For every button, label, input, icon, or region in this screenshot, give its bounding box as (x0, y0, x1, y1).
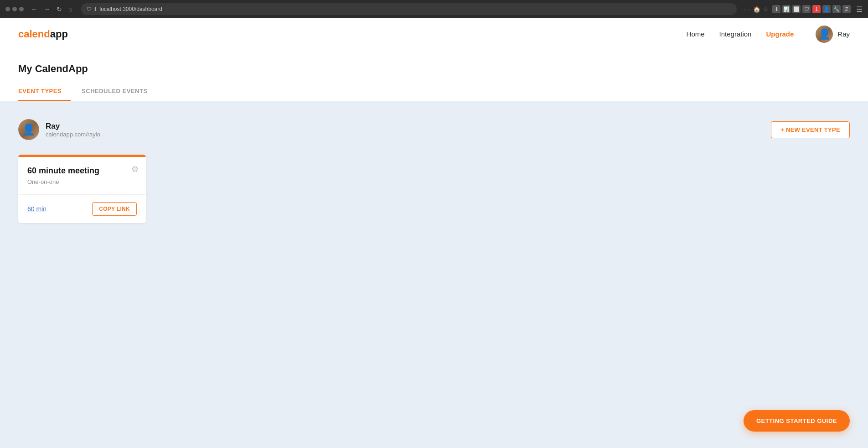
address-bar[interactable]: 🛡 ℹ localhost:3000/dashboard (81, 3, 737, 15)
back-button[interactable]: ← (29, 5, 39, 14)
shield-ext-icon[interactable]: 🛡 (802, 5, 811, 13)
download-icon[interactable]: ⬇ (772, 5, 780, 13)
browser-dot-2 (12, 7, 17, 11)
main-content: 👤 Ray calendapp.com/raylo + NEW EVENT TY… (0, 101, 868, 448)
forward-button[interactable]: → (42, 5, 52, 14)
ext-icon-4[interactable]: Z (842, 5, 851, 13)
notification-icon[interactable]: 1 (812, 5, 821, 13)
nav-home[interactable]: Home (687, 30, 705, 38)
header-nav: Home Integration Upgrade Ray (687, 26, 850, 43)
header-user-name: Ray (837, 30, 850, 38)
browser-menu-dots[interactable]: ··· (744, 6, 750, 13)
event-card-body: ⚙ 60 minute meeting One-on-one (18, 157, 146, 185)
pocket-icon[interactable]: 🏠 (753, 6, 760, 13)
getting-started-button[interactable]: GETTING STARTED GUIDE (744, 410, 850, 432)
tabs-row: EVENT TYPES SCHEDULED EVENTS (18, 82, 850, 101)
avatar-image (816, 26, 833, 43)
user-info-url: calendapp.com/raylo (46, 131, 100, 138)
event-card-type: One-on-one (27, 178, 137, 185)
gear-icon[interactable]: ⚙ (131, 164, 139, 174)
logo-end-part: app (50, 28, 68, 40)
nav-upgrade[interactable]: Upgrade (766, 30, 794, 38)
event-card-footer: 60 min COPY LINK (18, 195, 146, 223)
logo-cal-part: calend (18, 28, 50, 40)
page-title: My CalendApp (18, 50, 850, 75)
app-logo[interactable]: calendapp (18, 28, 68, 40)
window-icon[interactable]: ⬜ (792, 5, 801, 13)
browser-dots (5, 7, 24, 11)
event-duration-link[interactable]: 60 min (27, 205, 46, 213)
app-header: calendapp Home Integration Upgrade Ray (0, 18, 868, 50)
event-card-title: 60 minute meeting (27, 166, 137, 176)
new-event-type-button[interactable]: + NEW EVENT TYPE (771, 121, 850, 138)
header-user: Ray (816, 26, 850, 43)
extension-icons: ⬇ 📊 ⬜ 🛡 1 👤 🔧 Z (772, 5, 851, 13)
ext-icon-2[interactable]: 👤 (822, 5, 831, 13)
browser-dot-1 (5, 7, 10, 11)
user-info: 👤 Ray calendapp.com/raylo (18, 119, 100, 140)
ext-icon-3[interactable]: 🔧 (832, 5, 841, 13)
tab-scheduled-events[interactable]: SCHEDULED EVENTS (82, 82, 157, 101)
browser-chrome: ← → ↻ ⌂ 🛡 ℹ localhost:3000/dashboard ···… (0, 0, 868, 18)
home-button[interactable]: ⌂ (67, 5, 74, 14)
security-icon: 🛡 (87, 6, 92, 12)
sub-header: My CalendApp EVENT TYPES SCHEDULED EVENT… (0, 50, 868, 101)
url-display: localhost:3000/dashboard (99, 6, 162, 12)
user-row: 👤 Ray calendapp.com/raylo + NEW EVENT TY… (18, 119, 850, 140)
event-card: ⚙ 60 minute meeting One-on-one 60 min CO… (18, 155, 146, 223)
user-info-name: Ray (46, 122, 100, 131)
nav-integration[interactable]: Integration (719, 30, 752, 38)
user-info-text: Ray calendapp.com/raylo (46, 122, 100, 138)
browser-dot-3 (19, 7, 24, 11)
bookmark-icon[interactable]: ☆ (763, 6, 769, 13)
reload-button[interactable]: ↻ (55, 5, 64, 14)
avatar[interactable] (816, 26, 833, 43)
browser-nav: ← → ↻ ⌂ (29, 5, 74, 14)
tab-event-types[interactable]: EVENT TYPES (18, 82, 71, 101)
browser-right-controls: ··· 🏠 ☆ (744, 6, 769, 13)
copy-link-button[interactable]: COPY LINK (92, 202, 137, 216)
hamburger-menu[interactable]: ☰ (856, 5, 863, 14)
stats-icon[interactable]: 📊 (782, 5, 790, 13)
user-info-avatar: 👤 (18, 119, 39, 140)
info-icon: ℹ (94, 6, 97, 12)
